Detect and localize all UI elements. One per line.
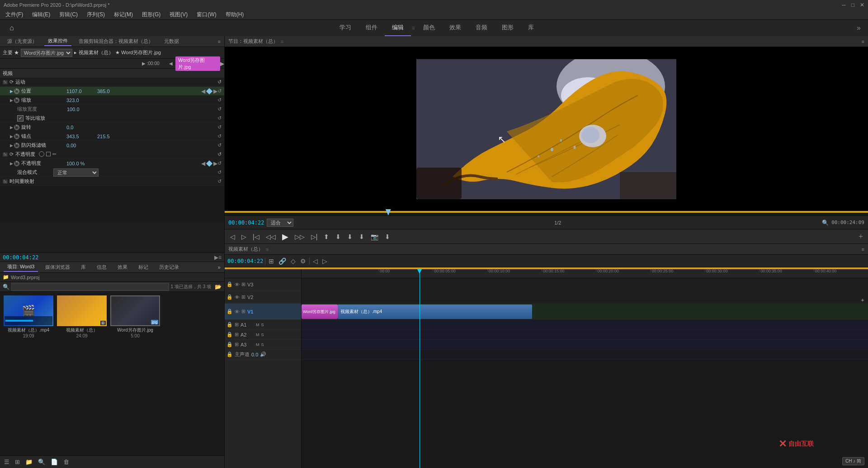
master-meter[interactable]: 🔊 xyxy=(260,351,266,357)
rotation-toggle[interactable]: ▶ xyxy=(10,125,13,130)
position-row[interactable]: ▶ ⏱ 位置 1107.0 385.0 ◀ ▶ ↺ xyxy=(0,87,224,96)
add-marker-button[interactable]: ◇ xyxy=(289,257,297,266)
tab-audio[interactable]: 音频 xyxy=(468,20,495,36)
mute-a1[interactable]: M xyxy=(256,323,259,327)
mute-a3[interactable]: M xyxy=(256,342,259,347)
tab-library2[interactable]: 库 xyxy=(77,263,90,271)
step-back-button[interactable]: |◁ xyxy=(251,232,261,241)
uniform-scale-checkbox[interactable]: ✓ xyxy=(17,115,24,122)
merge-a1[interactable]: ⊞ xyxy=(235,322,239,328)
search-project-button[interactable]: 🔍 xyxy=(37,458,47,466)
rotation-stopwatch[interactable]: ⏱ xyxy=(14,125,19,130)
ch-status-btn[interactable]: CH ♪ 简 xyxy=(842,457,864,465)
blend-mode-reset[interactable]: ↺ xyxy=(217,169,222,175)
menu-marker[interactable]: 标记(M) xyxy=(110,10,137,19)
time-remap-row[interactable]: fx 时间重映射 ↺ xyxy=(0,177,224,186)
merge-a3[interactable]: ⊞ xyxy=(235,342,239,347)
scale-stopwatch[interactable]: ⏱ xyxy=(14,98,19,103)
scale-row[interactable]: ▶ ⏱ 缩放 323.0 ↺ xyxy=(0,96,224,105)
menu-help[interactable]: 帮助(H) xyxy=(222,10,248,19)
scale-value[interactable]: 323.0 xyxy=(66,98,94,103)
motion-group-row[interactable]: fx ⟳ 运动 ↺ xyxy=(0,78,224,87)
mute-a2[interactable]: M xyxy=(256,332,259,337)
lock-v1[interactable]: 🔒 xyxy=(226,309,233,314)
mark-in-button[interactable]: ◁ xyxy=(228,232,237,241)
zoom-icon[interactable]: 🔍 xyxy=(822,220,829,226)
insert-btn[interactable]: ◁ xyxy=(311,257,319,266)
motion-reset[interactable]: ↺ xyxy=(217,79,222,85)
tab-edit[interactable]: 编辑 xyxy=(385,20,411,36)
list-view-button[interactable]: ☰ xyxy=(3,458,11,466)
close-button[interactable]: ✕ xyxy=(860,2,864,8)
position-x-value[interactable]: 1107.0 xyxy=(66,89,94,94)
eye-v1[interactable]: 👁 xyxy=(235,309,240,314)
opacity-toggle[interactable]: ▶ xyxy=(10,161,13,166)
opacity-group-row[interactable]: fx ⟳ 不透明度 ✏ ↺ xyxy=(0,150,224,159)
add-keyframe-opacity-button[interactable] xyxy=(206,160,212,166)
new-folder-icon[interactable]: 📂 xyxy=(215,284,222,290)
panel-more-btn[interactable]: » xyxy=(217,264,221,271)
opacity-value[interactable]: 100.0 % xyxy=(66,161,94,166)
anti-flicker-reset[interactable]: ↺ xyxy=(217,142,222,148)
preview-zoom-select[interactable]: 适合 25% 50% 75% 100% xyxy=(267,219,293,227)
preview-menu-btn[interactable]: ≡ xyxy=(862,39,864,44)
opacity-square-icon[interactable] xyxy=(46,152,51,156)
new-item-button[interactable]: 📄 xyxy=(49,458,59,466)
delete-button[interactable]: 🗑 xyxy=(62,458,71,466)
anti-flicker-stopwatch[interactable]: ⏱ xyxy=(14,143,19,148)
anchor-toggle[interactable]: ▶ xyxy=(10,134,13,139)
tab-info[interactable]: 信息 xyxy=(93,263,110,271)
tab-graphic[interactable]: 图形 xyxy=(495,20,521,36)
step-forward-button[interactable]: ▷| xyxy=(309,232,320,241)
lock-v3[interactable]: 🔒 xyxy=(226,281,233,287)
tab-history[interactable]: 历史记录 xyxy=(156,263,183,271)
goto-prev-keyframe[interactable]: ◀ xyxy=(201,88,205,94)
tab-effect-controls[interactable]: 效果控件 xyxy=(44,37,71,46)
project-item-word[interactable]: jpg Word另存图片.jpg 5:00 xyxy=(110,295,160,338)
extract-button[interactable]: ⬇ xyxy=(334,232,343,241)
new-bin-button[interactable]: 📁 xyxy=(24,458,34,466)
opacity-row[interactable]: ▶ ⏱ 不透明度 100.0 % ◀ ▶ ↺ xyxy=(0,159,224,168)
position-stopwatch[interactable]: ⏱ xyxy=(14,89,19,94)
tab-metadata[interactable]: 元数据 xyxy=(160,37,183,46)
blend-mode-select[interactable]: 正常 xyxy=(53,168,99,177)
preview-time-track[interactable] xyxy=(225,211,868,215)
tab-effects[interactable]: 效果 xyxy=(442,20,468,36)
project-item-video1[interactable]: 🎬 视频素材（总）.mp4 19:09 xyxy=(4,295,53,338)
lift-btn[interactable]: ▷ xyxy=(321,257,329,266)
menu-window[interactable]: 窗口(W) xyxy=(193,10,220,19)
tab-markers[interactable]: 标记 xyxy=(135,263,152,271)
merge-a2[interactable]: ⊞ xyxy=(235,332,239,337)
anchor-row[interactable]: ▶ ⏱ 锚点 343.5 215.5 ↺ xyxy=(0,132,224,141)
export-frame-button[interactable]: 📷 xyxy=(369,232,380,241)
add-track-button[interactable]: ＋ xyxy=(860,296,865,304)
merge-v1[interactable]: ⊞ xyxy=(241,309,245,314)
panel-close-button[interactable]: ≡ xyxy=(218,39,221,44)
tab-color[interactable]: 颜色 xyxy=(416,20,442,36)
add-to-timeline-button[interactable]: ＋ xyxy=(857,232,864,241)
anchor-y-value[interactable]: 215.5 xyxy=(97,134,110,139)
clip-video-mp4[interactable]: 视频素材（总）.mp4 xyxy=(338,304,532,319)
uniform-scale-reset[interactable]: ↺ xyxy=(217,115,222,121)
solo-a1[interactable]: S xyxy=(261,323,264,327)
anti-flicker-toggle[interactable]: ▶ xyxy=(10,143,13,148)
position-toggle[interactable]: ▶ xyxy=(10,89,13,94)
solo-a3[interactable]: S xyxy=(261,342,264,347)
tab-effects2[interactable]: 效果 xyxy=(114,263,131,271)
opacity-circle-icon[interactable] xyxy=(39,151,44,157)
lock-a1[interactable]: 🔒 xyxy=(226,322,233,328)
ec-menu-btn[interactable]: ≡ xyxy=(218,254,222,261)
anchor-x-value[interactable]: 343.5 xyxy=(66,134,94,139)
scale-width-reset[interactable]: ↺ xyxy=(217,106,222,112)
tab-source[interactable]: 源（无资源） xyxy=(4,37,41,46)
menu-graphic[interactable]: 图形(G) xyxy=(138,10,164,19)
goto-next-keyframe[interactable]: ▶ xyxy=(213,88,217,94)
home-button[interactable]: ⌂ xyxy=(4,20,20,36)
grid-view-button[interactable]: ⊞ xyxy=(14,458,21,466)
add-keyframe-button[interactable] xyxy=(206,88,212,94)
time-remap-reset[interactable]: ↺ xyxy=(217,178,222,184)
position-y-value[interactable]: 385.0 xyxy=(97,89,110,94)
eye-v3[interactable]: 👁 xyxy=(235,282,240,287)
mark-out-button[interactable]: ▷ xyxy=(240,232,248,241)
opacity-reset[interactable]: ↺ xyxy=(217,151,222,157)
